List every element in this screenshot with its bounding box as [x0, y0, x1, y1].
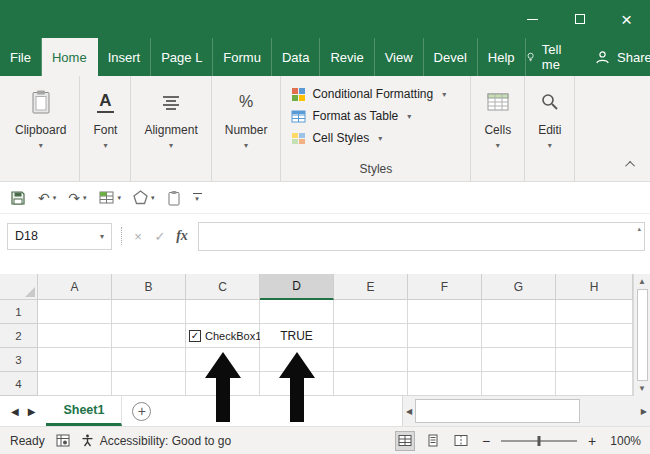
scroll-right-icon[interactable]: ▶ [641, 407, 647, 416]
tell-me-button[interactable]: Tell me [526, 42, 568, 72]
new-sheet-button[interactable]: + [132, 402, 151, 421]
grid-cell[interactable] [38, 372, 112, 396]
normal-view-button[interactable] [395, 431, 415, 451]
column-header-g[interactable]: G [482, 274, 556, 300]
macro-record-button[interactable] [56, 434, 70, 447]
grid-cell[interactable] [38, 324, 112, 348]
grid-cell[interactable] [408, 372, 482, 396]
cell-d2[interactable]: TRUE [260, 324, 334, 348]
expand-formula-bar-button[interactable]: ▴ [637, 225, 641, 233]
tab-page-layout[interactable]: Page L [151, 38, 213, 76]
tab-insert[interactable]: Insert [98, 38, 152, 76]
grid-cell[interactable] [334, 300, 408, 324]
grid-cell[interactable] [556, 300, 633, 324]
vertical-scrollbar[interactable]: ▲ ▼ [633, 274, 650, 396]
redo-button[interactable]: ↷ ▾ [68, 190, 86, 206]
grid-cell[interactable] [334, 324, 408, 348]
vertical-scrollbar-thumb[interactable] [637, 289, 648, 381]
name-box[interactable]: D18 ▾ [7, 223, 112, 250]
table-tool-button[interactable]: ▾ [99, 190, 122, 206]
grid-cell[interactable] [556, 324, 633, 348]
column-header-f[interactable]: F [408, 274, 482, 300]
customize-quick-access-button[interactable]: ▾ [193, 193, 202, 202]
enter-button[interactable]: ✓ [149, 229, 171, 244]
clipboard-tool-button[interactable] [167, 190, 181, 206]
grid-cell[interactable] [482, 300, 556, 324]
tab-developer[interactable]: Devel [424, 38, 478, 76]
clipboard-group-button[interactable]: Clipboard ▾ [2, 76, 80, 181]
share-button[interactable]: Share [595, 50, 650, 65]
close-button[interactable]: × [603, 0, 650, 38]
scroll-up-icon[interactable]: ▲ [638, 277, 646, 286]
tab-formulas[interactable]: Formu [213, 38, 272, 76]
column-header-e[interactable]: E [334, 274, 408, 300]
insert-function-button[interactable]: fx [171, 228, 193, 244]
cell-c2-checkbox[interactable]: ✓ CheckBox1 [186, 324, 260, 348]
row-header-1[interactable]: 1 [0, 300, 38, 324]
grid-cell[interactable] [334, 372, 408, 396]
column-header-a[interactable]: A [38, 274, 112, 300]
grid-cell[interactable] [482, 348, 556, 372]
grid-cell[interactable] [408, 324, 482, 348]
grid-cell[interactable] [112, 324, 186, 348]
next-sheet-button[interactable]: ▶ [28, 406, 36, 417]
grid-cell[interactable] [482, 372, 556, 396]
grid-cell[interactable] [260, 300, 334, 324]
grid-cell[interactable] [556, 372, 633, 396]
tab-file[interactable]: File [0, 38, 42, 76]
cells-group-button[interactable]: Cells ▾ [471, 76, 525, 181]
horizontal-scrollbar-thumb[interactable] [415, 399, 580, 423]
font-group-button[interactable]: A Font ▾ [80, 76, 131, 181]
grid-cell[interactable] [112, 348, 186, 372]
grid-cell[interactable] [482, 324, 556, 348]
grid-cell[interactable] [112, 300, 186, 324]
maximize-button[interactable] [556, 0, 603, 38]
alignment-group-button[interactable]: Alignment ▾ [131, 76, 211, 181]
cell-styles-button[interactable]: Cell Styles ▾ [291, 127, 460, 149]
scroll-down-icon[interactable]: ▼ [638, 384, 646, 393]
undo-button[interactable]: ↶ ▾ [38, 190, 56, 206]
tab-home[interactable]: Home [42, 38, 98, 76]
zoom-slider[interactable] [501, 440, 577, 442]
grid-cell[interactable] [38, 300, 112, 324]
horizontal-scrollbar[interactable]: ◀ ▶ [402, 396, 650, 426]
row-header-2[interactable]: 2 [0, 324, 38, 348]
conditional-formatting-button[interactable]: Conditional Formatting ▾ [291, 83, 460, 105]
number-group-button[interactable]: % Number ▾ [212, 76, 282, 181]
grid-cell[interactable] [38, 348, 112, 372]
select-all-button[interactable] [0, 274, 38, 300]
zoom-slider-thumb[interactable] [538, 436, 541, 446]
sheet-tab-sheet1[interactable]: Sheet1 [46, 396, 122, 426]
row-header-3[interactable]: 3 [0, 348, 38, 372]
formula-input[interactable]: ▴ [198, 222, 645, 251]
checkbox-checked-icon[interactable]: ✓ [189, 330, 201, 342]
editing-group-button[interactable]: Editi ▾ [525, 76, 575, 181]
cancel-button[interactable]: × [127, 229, 149, 244]
collapse-ribbon-button[interactable] [624, 157, 638, 171]
tab-help[interactable]: Help [478, 38, 526, 76]
scroll-left-icon[interactable]: ◀ [406, 407, 412, 416]
tab-review[interactable]: Revie [320, 38, 374, 76]
previous-sheet-button[interactable]: ◀ [11, 406, 19, 417]
format-as-table-button[interactable]: Format as Table ▾ [291, 105, 460, 127]
zoom-in-button[interactable]: + [585, 433, 599, 449]
grid-cell[interactable] [186, 300, 260, 324]
save-button[interactable] [10, 190, 26, 206]
grid-cell[interactable] [408, 300, 482, 324]
accessibility-checker-button[interactable]: Accessibility: Good to go [81, 434, 231, 448]
column-header-b[interactable]: B [112, 274, 186, 300]
grid-cell[interactable] [334, 348, 408, 372]
page-break-preview-button[interactable] [451, 431, 471, 451]
zoom-out-button[interactable]: − [479, 433, 493, 449]
row-header-4[interactable]: 4 [0, 372, 38, 396]
grid-cell[interactable] [556, 348, 633, 372]
column-header-c[interactable]: C [186, 274, 260, 300]
tab-view[interactable]: View [375, 38, 424, 76]
shape-tool-button[interactable]: ▾ [133, 190, 155, 205]
minimize-button[interactable] [509, 0, 556, 38]
tab-data[interactable]: Data [272, 38, 320, 76]
column-header-d[interactable]: D [260, 274, 334, 300]
grid-cell[interactable] [112, 372, 186, 396]
page-layout-view-button[interactable] [423, 431, 443, 451]
grid-cell[interactable] [408, 348, 482, 372]
